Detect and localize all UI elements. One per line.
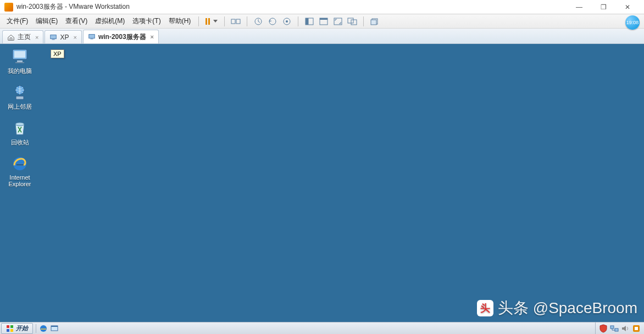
maximize-button[interactable]: ❐ [591,0,615,14]
single-view-icon [319,18,328,25]
desktop-icon-recycle-bin[interactable]: 回收站 [3,119,36,147]
network-places-icon [10,83,29,102]
revert-snapshot-button[interactable] [266,15,279,27]
svg-point-26 [15,123,24,126]
svg-rect-8 [306,18,308,25]
clock-revert-icon [268,17,277,26]
svg-rect-0 [231,19,235,24]
svg-rect-38 [635,327,638,330]
svg-point-32 [40,325,47,332]
clock-badge: 19:08 [625,15,640,30]
svg-rect-29 [10,325,13,328]
quicklaunch-desktop[interactable] [49,324,60,333]
library-icon [370,18,379,25]
svg-point-5 [286,20,288,23]
svg-rect-35 [610,326,614,329]
unity-button[interactable] [346,15,359,27]
svg-rect-36 [615,329,618,331]
menu-tabs[interactable]: 选项卡(T) [129,15,164,27]
svg-rect-12 [348,18,353,23]
vm-display[interactable]: XP 我的电脑 网上邻居 回收站 Internet Explorer 头 头条 … [0,44,644,334]
minimize-button[interactable]: — [567,0,591,14]
tray-security-icon[interactable] [599,324,608,333]
separator [363,16,364,26]
fullscreen-icon [334,18,342,25]
menu-view[interactable]: 查看(V) [62,15,91,27]
tabbar: 主页 × XP × win-2003服务器 × [0,29,644,44]
svg-rect-13 [351,20,357,25]
library-button[interactable] [368,15,381,27]
titlebar: win-2003服务器 - VMware Workstation — ❐ ✕ [0,0,644,14]
tab-tooltip: XP [51,49,64,58]
svg-rect-16 [51,35,57,38]
menu-file[interactable]: 文件(F) [3,15,31,27]
suspend-button[interactable] [203,15,220,27]
menu-help[interactable]: 帮助(H) [165,15,195,27]
my-computer-icon [10,47,29,66]
view-single-button[interactable] [317,15,330,27]
start-label: 开始 [16,324,28,332]
separator [36,324,36,333]
windows-flag-icon [6,325,14,332]
watermark: 头 头条 @SpaceBroom [477,298,637,319]
manage-snapshot-button[interactable] [280,15,293,27]
separator [224,16,225,26]
internet-explorer-icon [40,325,47,332]
tray-vmtools-icon[interactable] [632,324,641,333]
view-split-button[interactable] [303,15,316,27]
desktop-icon-label: 我的电脑 [8,67,32,75]
menu-edit[interactable]: 编辑(E) [32,15,61,27]
menu-vm[interactable]: 虚拟机(M) [92,15,128,27]
close-button[interactable]: ✕ [615,0,640,14]
send-ctrl-alt-del-button[interactable] [229,15,242,27]
svg-rect-23 [15,62,24,63]
clock-manage-icon [282,17,291,26]
unity-icon [347,18,357,25]
tray-network-icon[interactable] [610,324,619,333]
split-view-icon [305,18,314,25]
svg-rect-1 [236,19,240,24]
desktop-icon-my-computer[interactable]: 我的电脑 [3,47,36,75]
desktop-icon-label: Internet Explorer [3,174,36,187]
tab-close-icon[interactable]: × [151,34,154,40]
start-button[interactable]: 开始 [1,323,33,334]
clock-time: 19:08 [626,20,639,25]
system-tray [595,322,644,334]
desktop-icons: 我的电脑 网上邻居 回收站 Internet Explorer [3,47,36,187]
svg-rect-34 [51,326,58,327]
watermark-text: 头条 @SpaceBroom [498,298,637,319]
tab-label: 主页 [18,32,31,42]
svg-rect-17 [52,39,55,40]
tab-label: win-2003服务器 [98,32,146,42]
tab-label: XP [60,34,69,41]
separator [298,16,298,26]
guest-taskbar: 开始 [0,322,644,334]
quicklaunch-ie[interactable] [38,324,49,333]
tab-close-icon[interactable]: × [35,34,38,41]
svg-rect-10 [320,18,327,20]
fullscreen-button[interactable] [331,15,345,27]
tab-close-icon[interactable]: × [73,34,76,41]
snapshot-button[interactable] [252,15,265,27]
svg-rect-28 [7,325,9,328]
recycle-bin-icon [10,119,29,137]
tab-win2003[interactable]: win-2003服务器 × [83,30,159,43]
home-icon [7,34,15,41]
desktop-icon-label: 网上邻居 [8,103,32,111]
pause-icon [206,18,210,25]
keyboard-icon [231,18,241,25]
separator [247,16,247,26]
tab-xp[interactable]: XP × [45,30,81,43]
svg-rect-30 [7,329,9,332]
internet-explorer-icon [10,154,29,173]
svg-rect-31 [10,329,13,332]
toutiao-logo-icon: 头 [477,300,493,316]
tray-volume-icon[interactable] [621,324,630,333]
svg-rect-15 [371,20,376,25]
svg-rect-22 [17,60,23,62]
svg-rect-18 [89,35,95,38]
desktop-icon-internet-explorer[interactable]: Internet Explorer [3,154,36,187]
tab-home[interactable]: 主页 × [2,30,43,43]
desktop-icon-network-places[interactable]: 网上邻居 [3,83,36,111]
clock-snapshot-icon [254,17,263,26]
